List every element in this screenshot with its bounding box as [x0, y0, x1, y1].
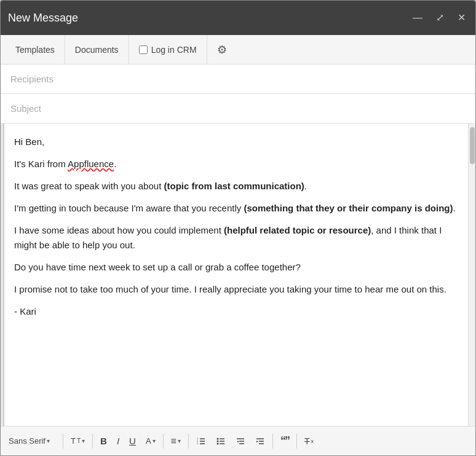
svg-marker-19 [256, 441, 258, 442]
italic-button[interactable]: I [113, 431, 124, 452]
toolbar-documents[interactable]: Documents [65, 35, 129, 64]
svg-point-7 [216, 440, 218, 442]
gear-icon: ⚙ [217, 43, 227, 57]
close-button[interactable]: ✕ [455, 12, 468, 24]
svg-marker-15 [237, 441, 239, 442]
body-line-1: Hi Ben, [14, 135, 458, 149]
email-body[interactable]: Hi Ben, It's Kari from Appfluence. It wa… [4, 124, 468, 426]
font-size-dropdown-arrow: ▾ [82, 438, 85, 444]
numbered-list-button[interactable]: 1 2 3 [192, 431, 210, 452]
quote-button[interactable]: “” [276, 431, 293, 452]
indent-decrease-icon [236, 436, 245, 446]
window-title: New Message [8, 12, 78, 25]
clear-format-button[interactable]: Tx [300, 431, 318, 452]
bullet-list-button[interactable] [212, 431, 230, 452]
svg-text:3: 3 [197, 442, 199, 445]
font-name-button[interactable]: Sans Serif ▾ [4, 431, 60, 452]
body-line-2: It's Kari from Appfluence. [14, 157, 458, 171]
title-bar: New Message — ⤢ ✕ [1, 1, 475, 35]
squiggly-appfluence: Appfluence [68, 159, 114, 169]
format-toolbar: Sans Serif ▾ T T ▾ B I U A ▾ ≡ ▾ [1, 426, 475, 455]
indent-increase-button[interactable] [251, 431, 269, 452]
align-button[interactable]: ≡ ▾ [167, 431, 185, 452]
compose-window: New Message — ⤢ ✕ Templates Documents Lo… [0, 0, 476, 456]
body-line-5: I have some ideas about how you could im… [14, 223, 458, 253]
bold-button[interactable]: B [96, 431, 111, 452]
subject-row [1, 94, 475, 124]
separator-2 [92, 434, 93, 449]
body-line-6: Do you have time next week to set up a c… [14, 260, 458, 275]
minimize-button[interactable]: — [410, 12, 425, 24]
indent-increase-icon [255, 436, 265, 446]
separator-1 [63, 434, 63, 449]
separator-3 [163, 434, 164, 449]
toolbar: Templates Documents Log in CRM ⚙ [1, 35, 475, 65]
body-area: Hi Ben, It's Kari from Appfluence. It wa… [1, 124, 475, 426]
body-line-8: - Kari [14, 304, 458, 319]
font-name-dropdown-arrow: ▾ [47, 438, 50, 444]
svg-point-8 [216, 442, 218, 444]
font-color-dropdown-arrow: ▾ [153, 438, 156, 444]
numbered-list-icon: 1 2 3 [196, 436, 206, 446]
recipients-input[interactable] [10, 74, 466, 84]
title-bar-actions: — ⤢ ✕ [410, 12, 468, 24]
crm-checkbox[interactable] [139, 45, 148, 54]
svg-point-6 [216, 438, 218, 439]
scrollbar-track[interactable] [468, 124, 475, 426]
separator-5 [272, 434, 273, 449]
subject-input[interactable] [10, 103, 466, 114]
body-line-4: I'm getting in touch because I'm aware t… [14, 201, 458, 216]
font-size-button[interactable]: T T ▾ [66, 431, 89, 452]
body-line-7: I promise not to take too much of your t… [14, 282, 458, 297]
toolbar-settings[interactable]: ⚙ [207, 35, 237, 64]
underline-button[interactable]: U [125, 431, 140, 452]
separator-4 [188, 434, 189, 449]
bullet-list-icon [216, 436, 226, 446]
separator-6 [296, 434, 297, 449]
toolbar-templates[interactable]: Templates [6, 35, 65, 64]
indent-decrease-button[interactable] [231, 431, 250, 452]
align-dropdown-arrow: ▾ [178, 438, 181, 444]
scrollbar-thumb[interactable] [470, 127, 475, 164]
toolbar-log-in-crm[interactable]: Log in CRM [129, 35, 207, 64]
maximize-button[interactable]: ⤢ [434, 12, 446, 24]
recipients-row [1, 65, 475, 94]
font-color-button[interactable]: A ▾ [141, 431, 160, 452]
body-line-3: It was great to speak with you about (to… [14, 179, 458, 194]
